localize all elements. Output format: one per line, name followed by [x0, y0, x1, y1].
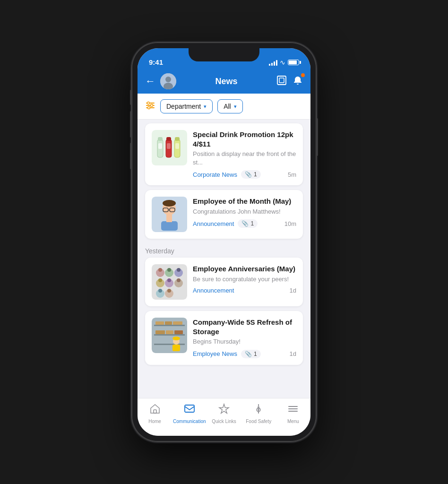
- nav-label-communication: Communication: [173, 419, 206, 424]
- card-desc-2: Congratulations John Matthews!: [193, 207, 296, 216]
- card-category-1[interactable]: Corporate News: [193, 171, 237, 178]
- svg-rect-54: [166, 330, 173, 334]
- svg-rect-19: [167, 143, 171, 149]
- svg-point-41: [177, 278, 181, 282]
- department-filter[interactable]: Department ▾: [160, 99, 213, 113]
- yesterday-label: Yesterday: [138, 243, 310, 258]
- phone-screen: 9:41 ∿ ←: [138, 48, 310, 436]
- svg-rect-60: [185, 405, 194, 412]
- news-card-2[interactable]: Employee of the Month (May) Congratulati…: [145, 190, 303, 239]
- filter-bar: Department ▾ All ▾: [138, 94, 310, 120]
- card-desc-4: Begins Thursday!: [193, 337, 296, 346]
- svg-point-39: [167, 278, 171, 282]
- card-attachment-4: 📎 1: [241, 350, 261, 358]
- card-meta-4: Employee News 📎 1 1d: [193, 350, 296, 358]
- notification-button[interactable]: [293, 75, 303, 88]
- svg-rect-18: [158, 143, 162, 149]
- battery-icon: [288, 60, 299, 65]
- all-filter-label: All: [224, 103, 231, 110]
- communication-icon: [184, 403, 195, 417]
- attachment-icon-1: 📎: [245, 171, 252, 178]
- status-time: 9:41: [149, 58, 163, 66]
- svg-rect-47: [154, 325, 185, 326]
- department-chevron-icon: ▾: [204, 104, 207, 110]
- card-content-2: Employee of the Month (May) Congratulati…: [193, 197, 296, 232]
- svg-point-43: [158, 289, 162, 293]
- nav-label-foodsafety: Food Safety: [246, 419, 271, 424]
- card-meta-2: Announcement 📎 1 10m: [193, 219, 296, 228]
- filter-tune-icon[interactable]: [145, 100, 155, 113]
- card-thumbnail-4: [152, 318, 187, 353]
- card-category-2[interactable]: Announcement: [193, 220, 234, 227]
- svg-rect-3: [277, 76, 286, 85]
- nav-label-quicklinks: Quick Links: [212, 419, 236, 424]
- card-title-3: Employee Anniversaries (May): [193, 264, 296, 274]
- notification-badge: [301, 73, 305, 77]
- card-thumbnail-1: [152, 130, 187, 165]
- avatar[interactable]: [160, 73, 176, 89]
- department-filter-label: Department: [166, 103, 201, 110]
- menu-icon: [287, 403, 299, 417]
- svg-rect-58: [172, 345, 180, 351]
- bottom-navigation: Home Communication Quick Links: [138, 398, 310, 436]
- svg-rect-53: [155, 330, 165, 334]
- svg-point-35: [177, 268, 181, 272]
- card-desc-3: Be sure to congratulate your peers!: [193, 275, 296, 284]
- home-icon: [149, 403, 161, 417]
- app-header: ← News: [138, 69, 310, 94]
- card-content-4: Company-Wide 5S Refresh of Storage Begin…: [193, 318, 296, 358]
- page-title: News: [176, 77, 276, 86]
- expand-button[interactable]: [276, 75, 287, 88]
- svg-rect-17: [175, 137, 180, 141]
- svg-rect-4: [279, 78, 284, 83]
- news-card-1[interactable]: Special Drink Promotion 12pk 4/$11 Posit…: [145, 123, 303, 185]
- svg-rect-48: [154, 334, 185, 336]
- svg-point-8: [147, 102, 150, 104]
- card-time-3: 1d: [290, 287, 296, 294]
- card-time-2: 10m: [284, 220, 296, 227]
- svg-point-9: [151, 104, 153, 106]
- card-category-3[interactable]: Announcement: [193, 287, 234, 294]
- svg-point-31: [158, 268, 162, 272]
- news-list: Special Drink Promotion 12pk 4/$11 Posit…: [138, 120, 310, 398]
- all-filter[interactable]: All ▾: [217, 99, 243, 113]
- news-card-3[interactable]: Employee Anniversaries (May) Be sure to …: [145, 258, 303, 306]
- phone-button-power: [316, 118, 318, 156]
- svg-rect-49: [154, 344, 185, 345]
- card-title-1: Special Drink Promotion 12pk 4/$11: [193, 130, 296, 148]
- card-meta-1: Corporate News 📎 1 5m: [193, 170, 296, 179]
- nav-item-menu[interactable]: Menu: [276, 403, 310, 424]
- nav-item-quicklinks[interactable]: Quick Links: [207, 403, 241, 424]
- svg-rect-50: [155, 321, 164, 325]
- card-content-1: Special Drink Promotion 12pk 4/$11 Posit…: [193, 130, 296, 179]
- svg-rect-20: [175, 143, 179, 149]
- svg-rect-59: [154, 410, 156, 413]
- nav-item-home[interactable]: Home: [138, 403, 172, 424]
- svg-rect-51: [165, 321, 172, 325]
- svg-point-57: [172, 337, 180, 340]
- attachment-count-1: 1: [254, 171, 257, 178]
- card-attachment-2: 📎 1: [238, 219, 258, 228]
- card-content-3: Employee Anniversaries (May) Be sure to …: [193, 264, 296, 300]
- nav-label-home: Home: [148, 419, 161, 424]
- svg-rect-27: [161, 221, 178, 231]
- phone-button-volume-up: [130, 111, 132, 138]
- svg-point-33: [167, 268, 171, 272]
- svg-rect-15: [166, 137, 171, 141]
- nav-item-communication[interactable]: Communication: [172, 403, 207, 424]
- svg-point-23: [163, 200, 176, 207]
- header-actions: [276, 75, 303, 88]
- phone-button-silent: [130, 90, 132, 105]
- card-attachment-1: 📎 1: [241, 170, 261, 179]
- nav-item-foodsafety[interactable]: Food Safety: [241, 403, 276, 424]
- attachment-icon-2: 📎: [241, 220, 249, 227]
- card-title-2: Employee of the Month (May): [193, 197, 296, 206]
- back-button[interactable]: ←: [145, 75, 159, 87]
- svg-point-1: [165, 77, 171, 82]
- nav-label-menu: Menu: [287, 419, 299, 424]
- card-meta-3: Announcement 1d: [193, 287, 296, 294]
- news-card-4[interactable]: Company-Wide 5S Refresh of Storage Begin…: [145, 311, 303, 364]
- card-category-4[interactable]: Employee News: [193, 350, 237, 357]
- svg-point-10: [148, 106, 150, 109]
- phone-button-volume-down: [130, 143, 132, 169]
